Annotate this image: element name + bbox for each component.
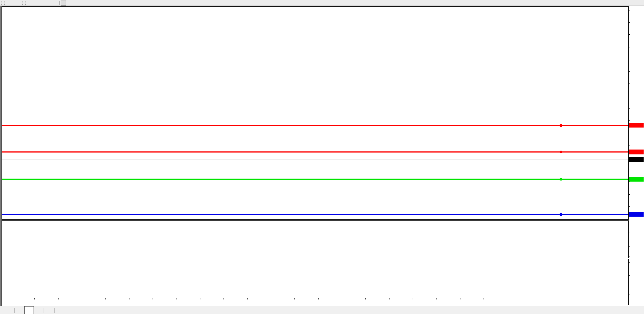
letter-a-icon[interactable] [9, 0, 12, 5]
tab-audusd[interactable] [24, 306, 34, 314]
timeframe-w1-button[interactable] [66, 0, 71, 6]
rsi-axis-tick [629, 246, 630, 247]
date-axis-tick [294, 298, 295, 299]
price-axis-tick [629, 59, 630, 59]
date-axis-tick [58, 298, 59, 299]
tab-eurusd[interactable] [4, 307, 13, 314]
line-handle[interactable] [560, 178, 562, 180]
horizontal-level-line[interactable] [2, 179, 628, 180]
macd-axis-tick [629, 295, 630, 295]
date-axis-tick [11, 298, 11, 299]
price-axis-tick [629, 219, 630, 219]
rsi-axis-tick [629, 222, 630, 222]
date-axis-tick [153, 298, 153, 299]
mt4-window [0, 0, 644, 314]
price-level-tag [629, 150, 644, 154]
date-axis-tick [129, 298, 129, 299]
price-axis-tick [629, 206, 630, 207]
chart-tab-bar [0, 306, 644, 314]
arrange-icon[interactable] [15, 0, 18, 5]
main-chart-panel [2, 6, 629, 220]
dropdown-arrow-icon[interactable] [18, 0, 21, 5]
price-axis-tick [629, 133, 630, 133]
text-tool-icon[interactable] [12, 0, 15, 5]
date-axis-tick [342, 298, 342, 299]
date-axis-tick [318, 298, 319, 299]
toolbar-separator [59, 1, 60, 5]
rsi-axis-tick [629, 257, 630, 257]
timeframe-mn-button[interactable] [71, 0, 76, 6]
horizontal-level-line[interactable] [2, 214, 628, 215]
toolbar-grip[interactable] [1, 1, 5, 5]
date-axis-tick [200, 298, 200, 299]
chart-grid-f-icon[interactable] [6, 0, 9, 5]
date-axis-tick [271, 298, 271, 299]
date-axis-tick [484, 298, 484, 299]
tab-usdcad[interactable] [34, 307, 43, 314]
rsi-panel [2, 220, 629, 258]
price-axis-tick [629, 84, 630, 84]
macd-canvas[interactable] [2, 259, 628, 298]
timeframe-m15-button[interactable] [37, 0, 43, 6]
tab-separator [54, 308, 55, 313]
date-axis-tick [365, 298, 366, 299]
date-axis-tick [176, 298, 176, 299]
price-axis-tick [629, 34, 630, 35]
date-axis-tick [247, 298, 248, 299]
current-price-tag [629, 157, 644, 162]
toolbar-grip[interactable] [22, 1, 26, 5]
line-handle[interactable] [560, 213, 562, 216]
macd-panel [2, 259, 629, 298]
timeframe-h1-button[interactable] [48, 0, 53, 6]
main-chart-canvas[interactable] [2, 7, 628, 219]
price-axis-tick [629, 71, 630, 72]
timeframe-m30-button[interactable] [43, 0, 48, 6]
date-axis-tick [105, 298, 106, 299]
tab-separator [44, 308, 44, 313]
price-axis-tick [629, 120, 630, 121]
price-axis-tick [629, 10, 630, 10]
line-handle[interactable] [560, 124, 562, 127]
price-axis-tick [629, 22, 630, 23]
price-axis-tick [629, 145, 630, 145]
current-price-line [2, 160, 628, 160]
date-axis-tick [82, 298, 82, 299]
price-axis-tick [629, 182, 630, 182]
price-level-tag [629, 177, 644, 182]
date-axis-tick [223, 298, 224, 299]
tab-separator [14, 308, 15, 313]
date-axis-tick [389, 298, 390, 299]
price-axis-tick [629, 47, 630, 47]
horizontal-level-line[interactable] [2, 151, 628, 153]
date-axis[interactable] [2, 298, 629, 305]
rsi-axis-tick [629, 232, 630, 232]
date-axis-tick [413, 298, 413, 299]
price-level-tag [629, 123, 644, 128]
macd-axis-tick [629, 262, 630, 263]
tab-usdcnh[interactable] [45, 307, 54, 314]
macd-axis-tick [629, 275, 630, 276]
timeframe-d1-button[interactable] [61, 0, 66, 6]
price-axis-tick [629, 96, 630, 96]
price-level-tag [629, 212, 644, 217]
price-axis-tick [629, 170, 630, 170]
price-axis-tick [629, 194, 630, 195]
line-handle[interactable] [560, 151, 562, 153]
tabbar-lead [0, 306, 4, 314]
date-axis-tick [34, 298, 35, 299]
price-axis-tick [629, 108, 630, 109]
timeframe-h4-button[interactable] [53, 0, 58, 6]
tab-usdchf[interactable] [15, 307, 24, 314]
horizontal-level-line[interactable] [2, 125, 628, 126]
date-axis-tick [436, 298, 437, 299]
timeframe-m1-button[interactable] [27, 0, 32, 6]
rsi-canvas[interactable] [2, 221, 628, 258]
top-toolbar [0, 0, 644, 6]
date-axis-tick [460, 298, 460, 299]
timeframe-m5-button[interactable] [32, 0, 37, 6]
